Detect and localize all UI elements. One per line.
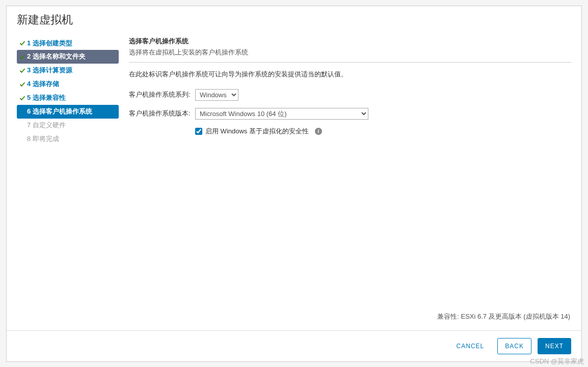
wizard-step-5[interactable]: 5选择兼容性	[17, 91, 119, 105]
security-checkbox[interactable]	[195, 128, 202, 135]
wizard-step-3[interactable]: 3选择计算资源	[17, 64, 119, 77]
security-checkbox-group: 启用 Windows 基于虚拟化的安全性 i	[195, 127, 322, 136]
step-number: 1	[27, 39, 31, 48]
compatibility-text: 兼容性: ESXi 6.7 及更高版本 (虚拟机版本 14)	[129, 310, 571, 325]
security-row: 启用 Windows 基于虚拟化的安全性 i	[129, 127, 571, 136]
check-icon	[19, 95, 26, 101]
content-title: 选择客户机操作系统	[129, 37, 571, 46]
step-label: 自定义硬件	[33, 121, 66, 130]
os-version-select[interactable]: Microsoft Windows 10 (64 位)	[195, 108, 368, 120]
dialog-footer: CANCEL BACK NEXT	[7, 330, 581, 361]
info-icon[interactable]: i	[315, 128, 322, 135]
content-hint: 在此处标识客户机操作系统可让向导为操作系统的安装提供适当的默认值。	[129, 70, 571, 79]
new-vm-dialog: 新建虚拟机 1选择创建类型2选择名称和文件夹3选择计算资源4选择存储5选择兼容性…	[6, 6, 582, 362]
content-spacer	[129, 143, 571, 310]
cancel-button[interactable]: CANCEL	[449, 338, 492, 354]
step-number: 2	[27, 52, 31, 61]
content-subtitle: 选择将在虚拟机上安装的客户机操作系统	[129, 48, 571, 63]
step-number: 4	[27, 80, 31, 89]
os-version-label: 客户机操作系统版本:	[129, 109, 195, 118]
os-family-select[interactable]: Windows	[195, 89, 238, 101]
os-version-control: Microsoft Windows 10 (64 位)	[195, 108, 368, 120]
check-icon	[19, 81, 26, 88]
step-label: 选择兼容性	[33, 94, 66, 102]
dialog-title: 新建虚拟机	[7, 6, 581, 35]
step-label: 即将完成	[33, 135, 59, 144]
step-label: 选择计算资源	[33, 66, 72, 75]
back-button[interactable]: BACK	[497, 338, 531, 354]
os-version-row: 客户机操作系统版本: Microsoft Windows 10 (64 位)	[129, 108, 571, 120]
dialog-body: 1选择创建类型2选择名称和文件夹3选择计算资源4选择存储5选择兼容性6选择客户机…	[7, 35, 581, 330]
step-number: 3	[27, 66, 31, 75]
security-checkbox-label: 启用 Windows 基于虚拟化的安全性	[205, 127, 309, 136]
step-number: 5	[27, 94, 31, 102]
wizard-step-1[interactable]: 1选择创建类型	[17, 37, 119, 50]
step-number: 7	[27, 121, 31, 130]
os-family-row: 客户机操作系统系列: Windows	[129, 89, 571, 101]
os-family-label: 客户机操作系统系列:	[129, 90, 195, 99]
next-button[interactable]: NEXT	[538, 338, 571, 354]
wizard-content: 选择客户机操作系统 选择将在虚拟机上安装的客户机操作系统 在此处标识客户机操作系…	[124, 35, 581, 330]
check-icon	[19, 40, 26, 46]
wizard-steps-sidebar: 1选择创建类型2选择名称和文件夹3选择计算资源4选择存储5选择兼容性6选择客户机…	[7, 35, 124, 330]
step-label: 选择名称和文件夹	[33, 52, 86, 61]
step-label: 选择存储	[33, 80, 59, 89]
os-family-control: Windows	[195, 89, 238, 101]
wizard-step-7: 7自定义硬件	[17, 119, 119, 132]
step-number: 8	[27, 135, 31, 144]
step-number: 6	[27, 107, 31, 116]
wizard-step-4[interactable]: 4选择存储	[17, 77, 119, 91]
check-icon	[19, 54, 26, 60]
wizard-step-6[interactable]: 6选择客户机操作系统	[17, 105, 119, 119]
check-icon	[19, 68, 26, 74]
wizard-step-2[interactable]: 2选择名称和文件夹	[17, 50, 119, 64]
step-label: 选择客户机操作系统	[33, 107, 92, 116]
wizard-step-8: 8即将完成	[17, 132, 119, 146]
step-label: 选择创建类型	[33, 39, 72, 48]
